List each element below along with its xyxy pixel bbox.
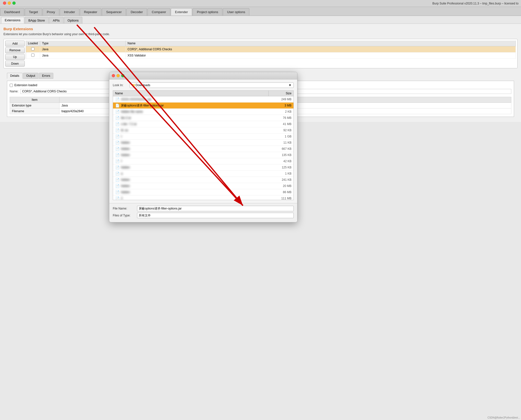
file-name: 2 <box>121 197 269 200</box>
ext-toolbar: Add Remove Up Down Loaded Type Name <box>4 39 517 68</box>
list-item[interactable]: 📄 t 1 GB <box>113 133 293 140</box>
list-item[interactable]: 📄 a 1 KB <box>113 171 293 177</box>
row1-loaded[interactable] <box>26 46 40 52</box>
tab-project-options[interactable]: Project options <box>193 8 222 16</box>
file-size: 667 KB <box>269 147 291 151</box>
list-item[interactable]: 📄 屏蔽options请求-filter-options.jar 3 MB <box>113 103 293 109</box>
tab-repeater[interactable]: Repeater <box>80 8 101 16</box>
row2-loaded[interactable] <box>26 52 40 59</box>
table-row[interactable]: Java CORS*, Additional CORS Checks <box>26 46 516 52</box>
file-size: 41 MB <box>269 122 291 126</box>
minimize-button[interactable] <box>8 1 11 5</box>
file-name: hidden <box>121 178 269 182</box>
look-in-row: Look In: 📁 Downloads ▼ <box>113 82 294 88</box>
list-item[interactable]: 📄 2 111 MB <box>113 195 293 200</box>
list-item[interactable]: 📄 ttl .os 92 KB <box>113 127 293 133</box>
files-of-type-input[interactable] <box>137 213 294 218</box>
file-size: 42 KB <box>269 159 291 163</box>
tab-comparer[interactable]: Comparer <box>147 8 170 16</box>
main-nav: Dashboard Target Proxy Intruder Repeater… <box>0 7 521 16</box>
file-icon: 📄 <box>115 184 119 188</box>
row1-type: Java <box>40 46 125 52</box>
tab-user-options[interactable]: User options <box>223 8 249 16</box>
subtab-extensions[interactable]: Extensions <box>1 17 24 24</box>
down-button[interactable]: Down <box>5 61 25 67</box>
item-label-filename: Filename <box>10 108 59 114</box>
file-icon: 📄 <box>115 196 119 200</box>
table-row[interactable]: Java XSS Validator <box>26 52 516 59</box>
add-button[interactable]: Add <box>5 41 25 47</box>
chevron-down-icon: ▼ <box>289 83 291 87</box>
list-item[interactable]: 📄 hidden 86 MB <box>113 189 293 195</box>
tab-target[interactable]: Target <box>25 8 42 16</box>
file-size: 2 KB <box>269 110 291 113</box>
file-size: 249 MB <box>269 98 291 101</box>
file-list[interactable]: 📄 XXXX-XXXXX(XX) .zip 249 MB 📄 屏蔽options… <box>113 96 294 200</box>
detail-tab-errors[interactable]: Errors <box>39 73 54 79</box>
tab-extender[interactable]: Extender <box>171 8 192 16</box>
file-name: ttl .os <box>121 129 269 132</box>
files-of-type-row: Files of Type: <box>113 213 294 218</box>
subtab-options[interactable]: Options <box>64 17 83 24</box>
list-item[interactable]: 📄 hidden 20 MB <box>113 183 293 189</box>
section-title: Burp Extensions <box>3 27 518 31</box>
row1-checkbox[interactable] <box>31 47 34 51</box>
dialog-maximize-button[interactable] <box>121 74 124 77</box>
tab-dashboard[interactable]: Dashboard <box>0 8 24 16</box>
up-button[interactable]: Up <box>5 54 25 60</box>
file-name-row: File Name: <box>113 206 294 211</box>
section-description: Extensions let you customize Burp's beha… <box>3 32 518 36</box>
list-item[interactable]: 📄 hidden 11 KB <box>113 140 293 146</box>
look-in-select[interactable]: 📁 Downloads ▼ <box>130 82 294 88</box>
dialog-close-button[interactable] <box>112 74 115 77</box>
list-item[interactable]: 📄 hidden 667 KB <box>113 146 293 152</box>
file-icon: 📄 <box>115 159 119 163</box>
row2-name: XSS Validator <box>125 52 516 59</box>
file-icon: 📄 <box>115 97 119 102</box>
list-item[interactable]: 📄 hidden 135 KB <box>113 152 293 158</box>
file-icon: 📄 <box>115 165 119 170</box>
list-item[interactable]: 📄 hidden 241 KB <box>113 177 293 183</box>
file-name: hidden file name <box>121 110 269 113</box>
ext-table-wrap: Loaded Type Name Java CORS* <box>26 41 516 59</box>
detail-tab-output[interactable]: Output <box>23 73 38 79</box>
list-item[interactable]: 📄 ller-2 ar 76 MB <box>113 115 293 121</box>
detail-tab-details[interactable]: Details <box>7 73 23 79</box>
file-size: 241 KB <box>269 178 291 182</box>
subtab-bapp-store[interactable]: BApp Store <box>25 17 49 24</box>
dialog-minimize-button[interactable] <box>116 74 120 77</box>
remove-button[interactable]: Remove <box>5 47 25 53</box>
list-item[interactable]: 📄 XXXX-XXXXX(XX) .zip 249 MB <box>113 96 293 103</box>
file-name: f <box>121 159 269 163</box>
file-size: 3 MB <box>269 104 291 107</box>
file-size: 1 KB <box>269 172 291 175</box>
list-item[interactable]: 📄 s iler- 7.2 ar 41 MB <box>113 121 293 127</box>
dialog-traffic-lights <box>112 74 124 77</box>
tab-sequencer[interactable]: Sequencer <box>102 8 126 16</box>
file-size: 1 GB <box>269 135 291 138</box>
dialog-body: Look In: 📁 Downloads ▼ Name Size 📄 XXXX-… <box>109 79 297 203</box>
look-in-label: Look In: <box>113 83 128 87</box>
file-name: a <box>121 172 269 175</box>
list-item[interactable]: 📄 hidden 125 KB <box>113 164 293 171</box>
tab-proxy[interactable]: Proxy <box>43 8 59 16</box>
file-name: 屏蔽options请求-filter-options.jar <box>121 104 269 108</box>
list-item[interactable]: 📄 hidden file name 2 KB <box>113 109 293 115</box>
col-loaded: Loaded <box>26 41 40 46</box>
tab-decoder[interactable]: Decoder <box>126 8 147 16</box>
items-col-item: Item <box>10 97 59 103</box>
close-button[interactable] <box>3 1 6 5</box>
subtab-apis[interactable]: APIs <box>49 17 63 24</box>
file-name: hidden <box>121 166 269 169</box>
list-item[interactable]: 📄 f 42 KB <box>113 158 293 164</box>
file-name: t <box>121 135 269 138</box>
tab-intruder[interactable]: Intruder <box>60 8 79 16</box>
file-size: 86 MB <box>269 190 291 194</box>
row2-checkbox[interactable] <box>31 53 34 57</box>
file-name-input[interactable] <box>137 206 294 211</box>
extension-loaded-checkbox[interactable] <box>10 84 13 87</box>
maximize-button[interactable] <box>12 1 16 5</box>
file-name: hidden <box>121 190 269 194</box>
file-size: 111 MB <box>269 197 291 200</box>
item-label-type: Extension type <box>10 103 59 108</box>
